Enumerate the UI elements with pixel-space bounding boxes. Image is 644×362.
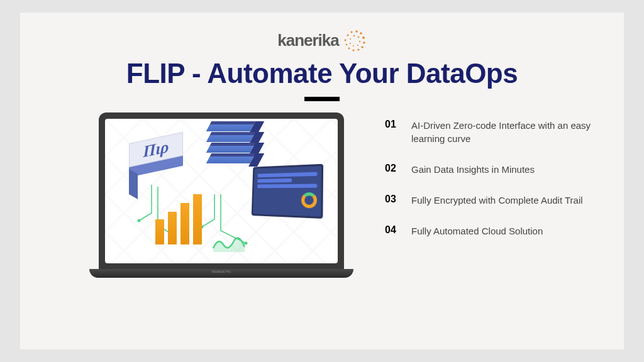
laptop-model-label: MacBook Pro — [212, 270, 231, 273]
feature-text: Gain Data Insights in Minutes — [411, 163, 535, 176]
svg-point-13 — [353, 35, 355, 36]
content-row: Πιρ — [45, 112, 599, 295]
logo-text: kanerika — [277, 31, 339, 50]
laptop-screen: Πιρ — [105, 119, 338, 263]
feature-item: 01 AI-Driven Zero-code Interface with an… — [385, 119, 599, 145]
feature-list: 01 AI-Driven Zero-code Interface with an… — [385, 112, 599, 255]
title-underline — [304, 97, 340, 101]
svg-point-3 — [355, 30, 357, 32]
feature-text: Fully Automated Cloud Solution — [411, 224, 543, 238]
feature-number: 01 — [385, 119, 401, 130]
svg-point-1 — [347, 35, 348, 36]
svg-point-4 — [360, 32, 362, 35]
svg-point-15 — [359, 41, 360, 42]
dashboard-monitor-icon — [252, 164, 323, 219]
svg-point-18 — [350, 43, 351, 44]
feature-item: 03 Fully Encrypted with Complete Audit T… — [385, 194, 599, 207]
feature-item: 04 Fully Automated Cloud Solution — [385, 224, 599, 238]
svg-point-12 — [350, 38, 351, 40]
server-stack-icon — [209, 121, 253, 164]
svg-point-0 — [344, 40, 346, 41]
feature-text: AI-Driven Zero-code Interface with an ea… — [411, 119, 599, 145]
svg-point-2 — [350, 31, 352, 33]
svg-point-14 — [357, 36, 359, 38]
laptop-base: MacBook Pro — [89, 269, 353, 278]
laptop-screen-frame: Πιρ — [99, 112, 344, 270]
page-title: FLIP - Automate Your DataOps — [45, 58, 599, 89]
svg-point-5 — [362, 36, 365, 39]
feature-number: 02 — [385, 163, 401, 174]
svg-point-7 — [361, 46, 363, 48]
svg-point-10 — [348, 48, 350, 50]
feature-text: Fully Encrypted with Complete Audit Trai… — [411, 194, 583, 207]
svg-point-11 — [345, 44, 347, 46]
donut-chart-icon — [301, 192, 317, 208]
feature-number: 04 — [385, 224, 401, 236]
svg-point-6 — [363, 41, 365, 44]
laptop-illustration: Πιρ — [89, 112, 353, 295]
feature-number: 03 — [385, 194, 401, 205]
slide-container: kanerika FLIP - Automate Your DataOps — [20, 13, 624, 349]
wave-chart-icon — [212, 236, 247, 252]
svg-point-16 — [357, 45, 358, 46]
logo: kanerika — [45, 28, 599, 53]
flip-cube-icon: Πιρ — [129, 138, 183, 178]
bar-chart-icon — [155, 194, 202, 244]
feature-item: 02 Gain Data Insights in Minutes — [385, 163, 599, 176]
svg-point-9 — [352, 50, 354, 52]
logo-sunburst-icon — [341, 28, 367, 53]
svg-point-17 — [353, 45, 354, 47]
svg-point-8 — [357, 48, 359, 50]
